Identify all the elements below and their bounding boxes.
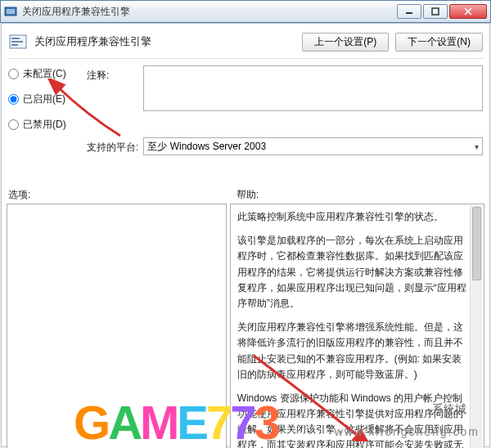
options-label: 选项: [7,188,227,202]
radio-disabled[interactable]: 已禁用(D) [8,118,82,132]
maximize-button[interactable] [423,4,448,19]
radio-not-configured-input[interactable] [8,69,19,79]
client-area: 关闭应用程序兼容性引擎 上一个设置(P) 下一个设置(N) 未配置(C) 已启用… [1,23,490,447]
help-paragraph: 关闭应用程序兼容性引擎将增强系统性能。但是，这将降低许多流行的旧版应用程序的兼容… [237,320,469,383]
minimize-button[interactable] [397,4,421,19]
platform-label: 支持的平台: [87,137,138,155]
chevron-down-icon: ▾ [475,142,479,151]
svg-rect-5 [432,8,439,15]
radio-enabled-label: 已启用(E) [23,92,65,106]
help-paragraph: Windows 资源保护功能和 Windows 的用户帐户控制功能使用应用程序兼… [237,391,469,448]
titlebar: 关闭应用程序兼容性引擎 [0,0,491,23]
radio-enabled[interactable]: 已启用(E) [8,92,82,106]
radio-not-configured-label: 未配置(C) [23,67,66,81]
state-radio-group: 未配置(C) 已启用(E) 已禁用(D) [8,65,82,132]
policy-icon [8,32,28,52]
radio-disabled-label: 已禁用(D) [23,118,66,132]
help-paragraph: 该引擎是加载程序的一部分，每次在系统上启动应用程序时，它都检查兼容性数据库。如果… [237,233,469,311]
previous-setting-button[interactable]: 上一个设置(P) [302,33,389,52]
radio-enabled-input[interactable] [8,94,19,105]
help-label: 帮助: [227,188,484,202]
close-button[interactable] [449,4,487,19]
header-row: 关闭应用程序兼容性引擎 上一个设置(P) 下一个设置(N) [7,29,484,59]
svg-rect-10 [11,41,23,43]
radio-not-configured[interactable]: 未配置(C) [8,67,82,81]
next-setting-button[interactable]: 下一个设置(N) [395,33,483,52]
svg-rect-11 [11,44,18,46]
svg-rect-9 [11,38,20,39]
app-icon [4,5,17,18]
help-pane[interactable]: 此策略控制系统中应用程序兼容性引擎的状态。 该引擎是加载程序的一部分，每次在系统… [230,204,484,448]
window-buttons [397,4,487,19]
panes: 此策略控制系统中应用程序兼容性引擎的状态。 该引擎是加载程序的一部分，每次在系统… [7,204,484,448]
comment-label: 注释: [87,65,138,83]
window-title: 关闭应用程序兼容性引擎 [22,5,397,19]
platform-value: 至少 Windows Server 2003 [147,140,266,154]
help-paragraph: 此策略控制系统中应用程序兼容性引擎的状态。 [237,209,469,225]
scrollbar[interactable] [470,205,483,448]
scrollbar-thumb[interactable] [472,207,481,280]
options-pane [7,204,227,448]
radio-disabled-input[interactable] [8,119,19,130]
platform-select[interactable]: 至少 Windows Server 2003 ▾ [143,137,483,155]
columns-header: 选项: 帮助: [7,188,484,202]
comment-textarea[interactable] [143,65,483,111]
policy-title: 关闭应用程序兼容性引擎 [34,34,295,49]
